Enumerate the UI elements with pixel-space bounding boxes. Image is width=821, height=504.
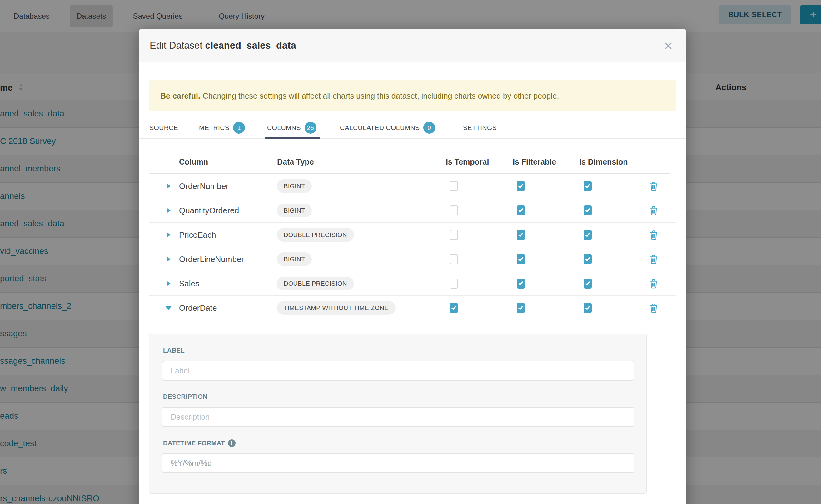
expand-caret-icon[interactable] xyxy=(164,247,173,271)
is-filterable-checkbox-cell xyxy=(517,198,525,223)
is-dimension-checkbox-cell xyxy=(584,247,592,271)
is-temporal-checkbox-cell xyxy=(450,247,458,271)
data-type-pill: BIGINT xyxy=(277,204,312,217)
is-temporal-checkbox[interactable] xyxy=(450,254,458,264)
column-data-type: DOUBLE PRECISION xyxy=(277,223,354,247)
column-detail-panel: LABEL DESCRIPTION DATETIME FORMAT i xyxy=(149,334,647,494)
is-temporal-checkbox-cell xyxy=(450,223,458,247)
description-input[interactable] xyxy=(162,407,635,427)
is-temporal-checkbox-cell xyxy=(450,271,458,296)
info-icon[interactable]: i xyxy=(228,439,235,447)
columns-header-is-dimension: Is Dimension xyxy=(579,157,628,166)
is-filterable-checkbox[interactable] xyxy=(517,279,525,289)
column-name: PriceEach xyxy=(179,223,216,247)
is-temporal-checkbox-cell xyxy=(450,198,458,223)
is-filterable-checkbox[interactable] xyxy=(517,205,525,215)
is-dimension-checkbox[interactable] xyxy=(584,181,592,191)
tab-metrics[interactable]: METRICS1 xyxy=(199,117,245,139)
check-icon xyxy=(518,305,523,310)
trash-icon[interactable] xyxy=(650,279,658,289)
column-data-type: BIGINT xyxy=(277,198,312,223)
tab-count-badge: 25 xyxy=(304,122,316,134)
is-dimension-checkbox-cell xyxy=(584,174,592,198)
column-name: OrderDate xyxy=(179,296,217,320)
tab-label: SOURCE xyxy=(149,124,178,131)
expand-caret-icon[interactable] xyxy=(164,174,173,198)
data-type-pill: DOUBLE PRECISION xyxy=(277,228,354,242)
caret-right-icon xyxy=(166,232,171,238)
trash-icon[interactable] xyxy=(650,303,658,313)
check-icon xyxy=(518,256,523,261)
columns-header-is-temporal: Is Temporal xyxy=(446,157,489,166)
is-temporal-checkbox[interactable] xyxy=(450,279,458,289)
is-dimension-checkbox-cell xyxy=(584,296,592,320)
column-row-orderdate: OrderDateTIMESTAMP WITHOUT TIME ZONE xyxy=(149,296,676,320)
tab-calculated-columns[interactable]: CALCULATED COLUMNS0 xyxy=(340,117,435,139)
columns-header-data-type: Data Type xyxy=(277,157,314,166)
is-dimension-checkbox[interactable] xyxy=(584,254,592,264)
close-icon[interactable]: ✕ xyxy=(661,39,675,53)
tab-source[interactable]: SOURCE xyxy=(149,117,178,139)
is-filterable-checkbox[interactable] xyxy=(517,181,525,191)
delete-column-button[interactable] xyxy=(649,247,658,271)
check-icon xyxy=(585,207,590,213)
modal-title: Edit Dataset cleaned_sales_data xyxy=(150,40,296,51)
column-row-quantityordered: QuantityOrderedBIGINT xyxy=(149,198,676,223)
check-icon xyxy=(585,256,590,261)
tab-settings[interactable]: SETTINGS xyxy=(463,117,497,139)
is-temporal-checkbox-cell xyxy=(450,174,458,198)
is-dimension-checkbox[interactable] xyxy=(584,303,592,313)
tab-columns[interactable]: COLUMNS25 xyxy=(267,117,316,139)
trash-icon[interactable] xyxy=(650,181,658,191)
delete-column-button[interactable] xyxy=(649,174,658,198)
is-filterable-checkbox[interactable] xyxy=(517,230,525,240)
expand-caret-icon[interactable] xyxy=(164,223,173,247)
is-dimension-checkbox[interactable] xyxy=(584,279,592,289)
is-filterable-checkbox-cell xyxy=(517,174,525,198)
trash-icon[interactable] xyxy=(650,230,658,240)
delete-column-button[interactable] xyxy=(649,223,658,247)
is-filterable-checkbox-cell xyxy=(517,271,525,296)
is-dimension-checkbox-cell xyxy=(584,223,592,247)
modal-tabs: SOURCEMETRICS1COLUMNS25CALCULATED COLUMN… xyxy=(139,117,686,139)
modal-title-dataset-name: cleaned_sales_data xyxy=(205,40,296,51)
check-icon xyxy=(585,280,590,286)
tab-label: COLUMNS xyxy=(267,124,301,131)
data-type-pill: TIMESTAMP WITHOUT TIME ZONE xyxy=(277,301,395,315)
expand-caret-icon[interactable] xyxy=(164,198,173,223)
expand-caret-icon[interactable] xyxy=(164,271,173,296)
is-dimension-checkbox-cell xyxy=(584,198,592,223)
is-filterable-checkbox[interactable] xyxy=(517,303,525,313)
caret-right-icon xyxy=(166,183,171,189)
is-temporal-checkbox[interactable] xyxy=(450,230,458,240)
is-dimension-checkbox[interactable] xyxy=(584,205,592,215)
delete-column-button[interactable] xyxy=(649,296,658,320)
column-name: Sales xyxy=(179,271,199,296)
delete-column-button[interactable] xyxy=(649,271,658,296)
tab-label: SETTINGS xyxy=(463,124,497,131)
check-icon xyxy=(518,183,523,188)
trash-icon[interactable] xyxy=(650,254,658,264)
check-icon xyxy=(585,183,590,188)
column-row-ordernumber: OrderNumberBIGINT xyxy=(149,174,676,198)
datetime-format-input[interactable] xyxy=(162,453,635,473)
is-temporal-checkbox-cell xyxy=(450,296,458,320)
collapse-caret-icon[interactable] xyxy=(164,296,173,320)
label-input[interactable] xyxy=(162,361,635,381)
columns-table-header: ColumnData TypeIs TemporalIs FilterableI… xyxy=(139,152,686,174)
check-icon xyxy=(452,305,457,310)
delete-column-button[interactable] xyxy=(649,198,658,223)
is-filterable-checkbox-cell xyxy=(517,296,525,320)
is-filterable-checkbox[interactable] xyxy=(517,254,525,264)
is-filterable-checkbox-cell xyxy=(517,223,525,247)
check-icon xyxy=(518,207,523,213)
data-type-pill: BIGINT xyxy=(277,179,312,193)
modal-header: Edit Dataset cleaned_sales_data ✕ xyxy=(139,29,686,62)
is-temporal-checkbox[interactable] xyxy=(450,303,458,313)
caret-right-icon xyxy=(166,208,171,213)
is-temporal-checkbox[interactable] xyxy=(450,181,458,191)
description-field-label: DESCRIPTION xyxy=(163,393,207,400)
is-dimension-checkbox[interactable] xyxy=(584,230,592,240)
is-temporal-checkbox[interactable] xyxy=(450,205,458,215)
trash-icon[interactable] xyxy=(650,206,658,215)
